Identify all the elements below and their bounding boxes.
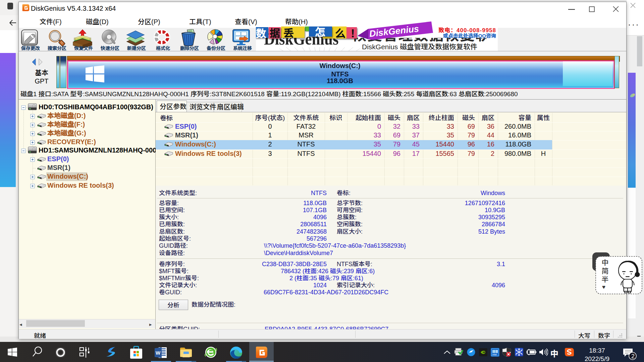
svg-text:W: W: [156, 349, 161, 356]
svg-text:2: 2: [631, 353, 635, 360]
svg-text:intel: intel: [492, 353, 497, 356]
svg-text:DiskGenius: DiskGenius: [369, 21, 420, 40]
